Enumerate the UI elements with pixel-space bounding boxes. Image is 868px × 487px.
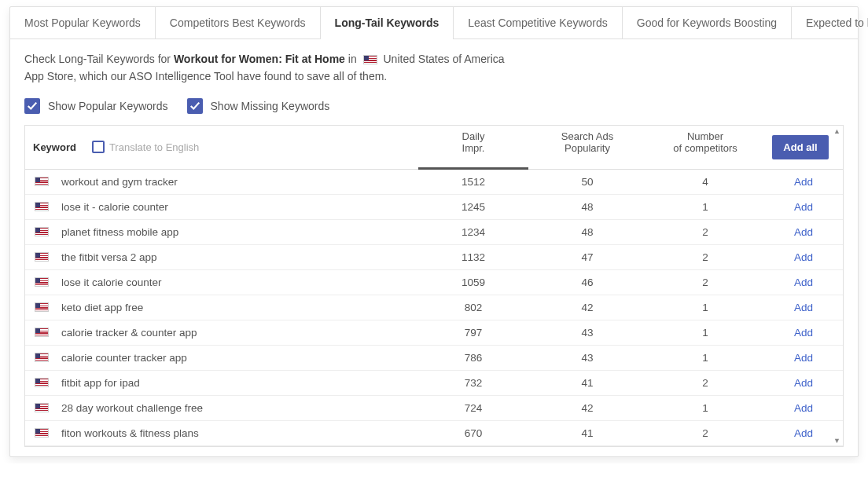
- add-link[interactable]: Add: [794, 251, 813, 263]
- cell-num-competitors: 1: [646, 346, 764, 370]
- cell-daily-impr: 797: [418, 320, 528, 345]
- checkmark-icon: [187, 98, 203, 114]
- cell-daily-impr: 1245: [418, 195, 528, 219]
- cell-search-ads-popularity: 50: [528, 170, 646, 194]
- cell-num-competitors: 4: [646, 170, 764, 194]
- table-row: planet fitness mobile app1234482Add: [25, 220, 843, 245]
- tab-long-tail-keywords[interactable]: Long-Tail Keywords: [321, 7, 454, 38]
- keyword-text: fitbit app for ipad: [61, 377, 140, 389]
- filter-bar: Show Popular Keywords Show Missing Keywo…: [10, 93, 858, 125]
- translate-checkbox[interactable]: Translate to English: [92, 141, 199, 153]
- table-row: the fitbit versa 2 app1132472Add: [25, 245, 843, 270]
- cell-num-competitors: 1: [646, 320, 764, 345]
- table-row: calorie counter tracker app786431Add: [25, 346, 843, 371]
- table-row: fitbit app for ipad732412Add: [25, 371, 843, 396]
- add-link[interactable]: Add: [794, 402, 813, 414]
- scroll-down-icon[interactable]: ▼: [833, 437, 841, 445]
- cell-num-competitors: 2: [646, 245, 764, 269]
- translate-label: Translate to English: [109, 141, 199, 153]
- keyword-panel: Most Popular KeywordsCompetitors Best Ke…: [9, 6, 859, 457]
- cell-search-ads-popularity: 41: [528, 421, 646, 445]
- cell-search-ads-popularity: 48: [528, 220, 646, 244]
- cell-daily-impr: 1512: [418, 170, 528, 194]
- us-flag-icon: [35, 428, 49, 438]
- cell-num-competitors: 2: [646, 220, 764, 244]
- app-name: Workout for Women: Fit at Home: [174, 53, 345, 65]
- cell-daily-impr: 724: [418, 396, 528, 420]
- desc-line2: App Store, which our ASO Intelligence To…: [24, 68, 844, 85]
- cell-search-ads-popularity: 47: [528, 245, 646, 269]
- cell-num-competitors: 1: [646, 396, 764, 420]
- cell-search-ads-popularity: 42: [528, 396, 646, 420]
- tab-expected-to-be-trending[interactable]: Expected to be Trending: [792, 7, 868, 38]
- desc-prefix: Check Long-Tail Keywords for: [24, 53, 174, 65]
- cell-daily-impr: 1234: [418, 220, 528, 244]
- cell-daily-impr: 670: [418, 421, 528, 445]
- show-missing-checkbox[interactable]: Show Missing Keywords: [187, 98, 330, 114]
- add-link[interactable]: Add: [794, 352, 813, 364]
- us-flag-icon: [35, 227, 49, 236]
- us-flag-icon: [35, 403, 49, 412]
- table-row: lose it calorie counter1059462Add: [25, 270, 843, 295]
- cell-daily-impr: 1059: [418, 270, 528, 295]
- th-keyword: Keyword: [33, 141, 76, 153]
- cell-search-ads-popularity: 41: [528, 371, 646, 395]
- cell-search-ads-popularity: 43: [528, 346, 646, 370]
- us-flag-icon: [35, 353, 49, 362]
- country-name: United States of America: [384, 53, 505, 65]
- add-link[interactable]: Add: [794, 427, 813, 439]
- tab-bar: Most Popular KeywordsCompetitors Best Ke…: [10, 7, 858, 39]
- cell-search-ads-popularity: 43: [528, 320, 646, 345]
- cell-num-competitors: 2: [646, 421, 764, 445]
- tab-good-for-keywords-boosting[interactable]: Good for Keywords Boosting: [623, 7, 792, 38]
- checkbox-empty-icon: [92, 141, 105, 153]
- cell-num-competitors: 2: [646, 371, 764, 395]
- show-popular-checkbox[interactable]: Show Popular Keywords: [24, 98, 168, 114]
- keyword-text: keto diet app free: [61, 302, 143, 313]
- keyword-text: the fitbit versa 2 app: [61, 251, 157, 263]
- description-block: Check Long-Tail Keywords for Workout for…: [10, 39, 858, 93]
- add-link[interactable]: Add: [794, 302, 813, 313]
- keyword-text: planet fitness mobile app: [61, 226, 178, 238]
- table-row: calorie tracker & counter app797431Add: [25, 320, 843, 346]
- table-body[interactable]: workout and gym tracker1512504Addlose it…: [25, 170, 843, 446]
- keyword-text: 28 day workout challenge free: [61, 402, 203, 414]
- add-link[interactable]: Add: [794, 327, 813, 339]
- checkmark-icon: [24, 98, 40, 114]
- th-actions: Add all: [764, 126, 843, 169]
- table-row: lose it - calorie counter1245481Add: [25, 195, 843, 220]
- keyword-table: Keyword Translate to English Daily Impr.…: [24, 125, 844, 447]
- add-all-button[interactable]: Add all: [772, 135, 828, 159]
- cell-num-competitors: 2: [646, 270, 764, 295]
- th-number-competitors[interactable]: Number of competitors: [646, 126, 764, 169]
- add-link[interactable]: Add: [794, 176, 813, 188]
- add-link[interactable]: Add: [794, 201, 813, 213]
- us-flag-icon: [35, 252, 49, 262]
- us-flag-icon: [35, 378, 49, 387]
- table-row: 28 day workout challenge free724421Add: [25, 396, 843, 421]
- show-missing-label: Show Missing Keywords: [211, 100, 330, 112]
- tab-competitors-best-keywords[interactable]: Competitors Best Keywords: [156, 7, 321, 38]
- us-flag-icon: [35, 177, 49, 186]
- table-row: keto diet app free802421Add: [25, 295, 843, 320]
- tab-least-competitive-keywords[interactable]: Least Competitive Keywords: [454, 7, 622, 38]
- keyword-text: fiton workouts & fitness plans: [61, 427, 199, 439]
- add-link[interactable]: Add: [794, 377, 813, 389]
- desc-in: in: [348, 53, 360, 65]
- add-link[interactable]: Add: [794, 276, 813, 288]
- scroll-up-icon[interactable]: ▲: [833, 127, 841, 135]
- add-link[interactable]: Add: [794, 226, 813, 238]
- keyword-text: workout and gym tracker: [61, 176, 178, 188]
- show-popular-label: Show Popular Keywords: [48, 100, 168, 112]
- keyword-text: lose it calorie counter: [61, 276, 162, 288]
- cell-daily-impr: 786: [418, 346, 528, 370]
- cell-search-ads-popularity: 46: [528, 270, 646, 295]
- th-search-ads-popularity[interactable]: Search Ads Popularity: [528, 126, 646, 169]
- keyword-text: calorie tracker & counter app: [61, 327, 197, 339]
- us-flag-icon: [35, 302, 49, 312]
- cell-daily-impr: 802: [418, 295, 528, 320]
- th-daily-impr[interactable]: Daily Impr.: [418, 126, 528, 170]
- tab-most-popular-keywords[interactable]: Most Popular Keywords: [10, 7, 156, 38]
- us-flag-icon: [35, 202, 49, 211]
- keyword-text: calorie counter tracker app: [61, 352, 187, 364]
